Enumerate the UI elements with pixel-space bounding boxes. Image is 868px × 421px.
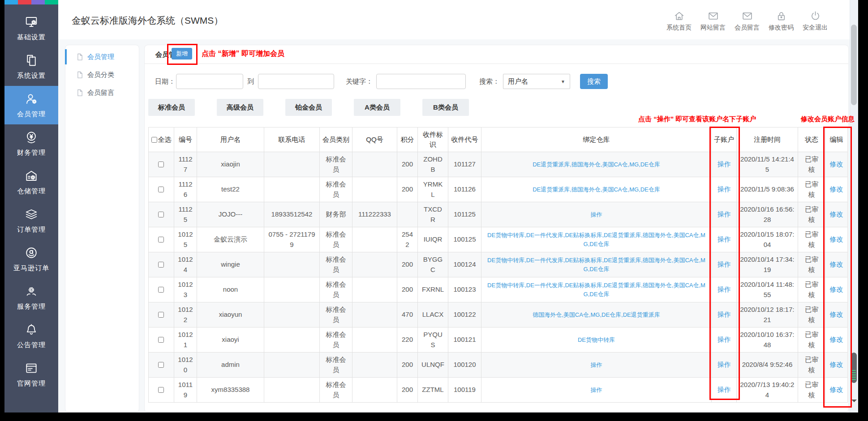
warehouse-link[interactable]: DE退货重派库,德国海外仓,美国CA仓,MG,DE仓库	[533, 186, 660, 193]
edit-link[interactable]: 修改	[830, 310, 843, 318]
search-type-select[interactable]: 用户名 ▼	[503, 74, 570, 89]
page-icon	[77, 89, 83, 97]
category-button-platinum-member[interactable]: 铂金会员	[285, 99, 332, 116]
sidebar-item-member-management[interactable]: 会员管理	[4, 86, 58, 124]
warehouse-link[interactable]: DE退货重派库,德国海外仓,美国CA仓,MG,DE仓库	[533, 161, 660, 168]
service-gear-icon	[25, 285, 38, 298]
cell-type: 标准会员	[320, 302, 352, 327]
cell-sub: 操作	[712, 302, 737, 327]
header-nav-home[interactable]: 系统首页	[664, 10, 694, 32]
cell-time: 2020/11/5 14:21:45	[737, 152, 798, 177]
edit-link[interactable]: 修改	[830, 235, 843, 243]
date-from-input[interactable]	[176, 74, 243, 89]
cell-time: 2020/10/16 16:56:28	[737, 202, 798, 227]
submenu-item-member-category[interactable]: 会员分类	[65, 66, 139, 84]
subaccount-operation-link[interactable]: 操作	[718, 310, 731, 318]
category-button-class-b-member[interactable]: B类会员	[422, 99, 469, 116]
row-checkbox[interactable]	[158, 212, 164, 217]
search-button[interactable]: 搜索	[580, 74, 608, 89]
subaccount-operation-link[interactable]: 操作	[718, 235, 731, 243]
sidebar-item-basic-settings[interactable]: 基础设置	[4, 9, 58, 47]
subaccount-operation-link[interactable]: 操作	[718, 386, 731, 393]
edit-link[interactable]: 修改	[830, 260, 843, 268]
keyword-input[interactable]	[376, 74, 466, 89]
warehouse-link[interactable]: 操作	[591, 211, 602, 218]
cell-edit: 修改	[825, 353, 848, 378]
scrollbar-thumb[interactable]	[851, 25, 857, 105]
select-all-checkbox[interactable]	[151, 137, 157, 143]
warehouse-link[interactable]: 操作	[591, 361, 602, 368]
scrollbar-grip-thumb[interactable]	[851, 353, 857, 383]
cell-edit: 修改	[825, 327, 848, 353]
edit-link[interactable]: 修改	[830, 285, 843, 293]
warehouse-link[interactable]: DE货物中转库,DE一件代发库,DE贴标换标库,DE退货重派库,德国海外仓,美国…	[487, 232, 705, 247]
row-checkbox[interactable]	[158, 237, 164, 242]
scrollbar-down-arrow-icon[interactable]	[851, 400, 857, 405]
sidebar-item-order-management[interactable]: 订单管理	[4, 201, 58, 240]
sidebar-item-amazon-orders[interactable]: 亚马逊订单	[4, 240, 58, 278]
category-button-standard-member[interactable]: 标准会员	[148, 99, 195, 116]
sidebar-item-label: 亚马逊订单	[13, 264, 49, 272]
edit-link[interactable]: 修改	[830, 185, 843, 193]
row-checkbox[interactable]	[158, 262, 164, 268]
edit-link[interactable]: 修改	[830, 160, 843, 168]
subaccount-operation-link[interactable]: 操作	[718, 160, 731, 168]
cell-check	[149, 152, 174, 177]
cell-check	[149, 327, 174, 353]
edit-link[interactable]: 修改	[830, 210, 843, 218]
edit-link[interactable]: 修改	[830, 361, 843, 368]
subaccount-operation-link[interactable]: 操作	[718, 210, 731, 218]
header-nav-member-messages[interactable]: 会员留言	[732, 10, 762, 32]
add-member-button[interactable]: 新增	[172, 48, 192, 60]
cell-check	[149, 227, 174, 252]
sidebar-item-service-management[interactable]: 服务管理	[4, 278, 58, 317]
sidebar-item-label: 服务管理	[17, 302, 46, 311]
column-header: 编号	[174, 128, 197, 152]
warehouse-link[interactable]: 操作	[591, 387, 602, 393]
subaccount-operation-link[interactable]: 操作	[718, 361, 731, 368]
sidebar-item-announcement-management[interactable]: 公告管理	[4, 317, 58, 355]
row-checkbox[interactable]	[158, 312, 164, 318]
brand-strip-segment	[31, 0, 45, 4]
operation-hint-text: 点击 “操作” 即可查看该账户名下子账户	[638, 115, 756, 123]
cell-points: 200	[397, 353, 418, 378]
subaccount-operation-link[interactable]: 操作	[718, 336, 731, 343]
sidebar-item-label: 会员管理	[17, 110, 46, 119]
cell-points: 200	[397, 277, 418, 302]
header-nav-label: 会员留言	[735, 24, 760, 32]
sidebar-item-website-management[interactable]: 官网管理	[4, 355, 58, 394]
subaccount-operation-link[interactable]: 操作	[718, 185, 731, 193]
row-checkbox[interactable]	[158, 187, 164, 192]
row-checkbox[interactable]	[158, 387, 164, 393]
subaccount-operation-link[interactable]: 操作	[718, 285, 731, 293]
warehouse-link[interactable]: DE货物中转库,DE一件代发库,DE贴标换标库,DE退货重派库,德国海外仓,美国…	[487, 282, 705, 298]
sidebar-item-finance-management[interactable]: 财务管理	[4, 124, 58, 163]
row-checkbox[interactable]	[158, 362, 164, 368]
category-button-class-a-member[interactable]: A类会员	[354, 99, 400, 116]
header-nav-site-messages[interactable]: 网站留言	[698, 10, 728, 32]
warehouse-link[interactable]: 德国海外仓,美国CA仓,MG,DE仓库,DE退货重派库	[533, 311, 660, 318]
edit-link[interactable]: 修改	[830, 336, 843, 343]
cell-check	[149, 302, 174, 327]
date-to-input[interactable]	[258, 74, 334, 89]
category-button-premium-member[interactable]: 高级会员	[217, 99, 263, 116]
row-checkbox[interactable]	[158, 337, 164, 343]
cell-check	[149, 277, 174, 302]
edit-link[interactable]: 修改	[830, 386, 843, 393]
cell-user: xym8335388	[197, 378, 264, 403]
cell-type: 标准会员	[320, 277, 352, 302]
warehouse-link[interactable]: DE货物中转库,DE一件代发库,DE贴标换标库,DE退货重派库,德国海外仓,美国…	[487, 257, 705, 272]
warehouse-link[interactable]: DE货物中转库	[578, 336, 615, 343]
sidebar-item-warehouse-management[interactable]: 仓储管理	[4, 163, 58, 201]
cell-code: 100125	[448, 227, 481, 252]
row-checkbox[interactable]	[158, 287, 164, 293]
subaccount-operation-link[interactable]: 操作	[718, 260, 731, 268]
cell-code: 100122	[448, 302, 481, 327]
submenu-item-member-management[interactable]: 会员管理	[65, 48, 139, 66]
row-checkbox[interactable]	[158, 162, 164, 167]
page-icon	[77, 53, 83, 61]
header-nav-change-password[interactable]: 修改密码	[766, 10, 796, 32]
header-nav-logout[interactable]: 安全退出	[800, 10, 830, 32]
submenu-item-member-messages[interactable]: 会员留言	[65, 84, 139, 102]
sidebar-item-system-settings[interactable]: 系统设置	[4, 47, 58, 86]
